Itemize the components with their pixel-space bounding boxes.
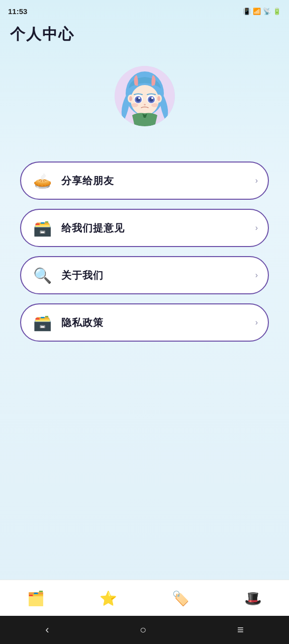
svg-point-15 <box>144 104 146 106</box>
privacy-icon: 🗃️ <box>31 311 53 334</box>
system-nav: ‹ ○ ≡ <box>0 616 289 644</box>
back-button[interactable]: ‹ <box>35 619 59 640</box>
arrow-share: › <box>255 176 258 185</box>
status-bar: 11:53 📳 📶 📡 🔋 <box>0 0 289 20</box>
menu-label-about: 关于我们 <box>61 269 255 282</box>
nav-home-icon: 🗂️ <box>27 590 45 607</box>
svg-point-5 <box>129 96 132 101</box>
avatar-container[interactable] <box>115 66 175 126</box>
battery-icon: 🔋 <box>273 8 281 15</box>
home-button[interactable]: ○ <box>130 619 156 640</box>
menu-item-about[interactable]: 🔍 关于我们 › <box>20 256 269 294</box>
nav-item-profile[interactable]: 🎩 <box>217 590 289 607</box>
svg-point-14 <box>151 97 153 99</box>
nav-item-star[interactable]: ⭐ <box>72 590 145 607</box>
header: 个人中心 <box>0 20 289 51</box>
vibrate-icon: 📳 <box>243 8 251 15</box>
wifi-icon: 📶 <box>253 8 261 15</box>
recents-button[interactable]: ≡ <box>227 619 254 640</box>
status-right-icons: 📳 📶 📡 🔋 <box>243 8 281 15</box>
avatar-image <box>115 66 175 126</box>
menu-item-privacy[interactable]: 🗃️ 隐私政策 › <box>20 303 269 342</box>
nav-star-icon: ⭐ <box>100 590 117 607</box>
svg-point-13 <box>138 97 140 99</box>
nav-item-tag[interactable]: 🏷️ <box>145 590 217 607</box>
menu-item-feedback[interactable]: 🗃️ 给我们提意见 › <box>20 209 269 247</box>
svg-point-17 <box>151 103 158 107</box>
page-title: 个人中心 <box>10 24 279 45</box>
menu-label-share: 分享给朋友 <box>61 174 255 188</box>
feedback-icon: 🗃️ <box>31 217 53 239</box>
about-icon: 🔍 <box>31 264 53 286</box>
avatar-section <box>0 51 289 156</box>
share-icon: 🥧 <box>31 170 53 192</box>
nav-tag-icon: 🏷️ <box>172 590 189 607</box>
arrow-privacy: › <box>255 318 258 327</box>
bottom-nav: 🗂️ ⭐ 🏷️ 🎩 <box>0 580 289 616</box>
arrow-feedback: › <box>255 223 258 232</box>
status-time: 11:53 <box>8 7 27 16</box>
nav-profile-icon: 🎩 <box>244 590 262 607</box>
arrow-about: › <box>255 271 258 280</box>
menu-item-share[interactable]: 🥧 分享给朋友 › <box>20 162 269 200</box>
menu-label-feedback: 给我们提意见 <box>61 221 255 235</box>
nav-item-home[interactable]: 🗂️ <box>0 590 72 607</box>
menu-label-privacy: 隐私政策 <box>61 316 255 330</box>
svg-point-6 <box>157 96 160 101</box>
signal-icon: 📡 <box>263 8 271 15</box>
svg-point-16 <box>131 103 138 107</box>
menu-list: 🥧 分享给朋友 › 🗃️ 给我们提意见 › 🔍 关于我们 › 🗃️ 隐私政策 › <box>0 162 289 342</box>
